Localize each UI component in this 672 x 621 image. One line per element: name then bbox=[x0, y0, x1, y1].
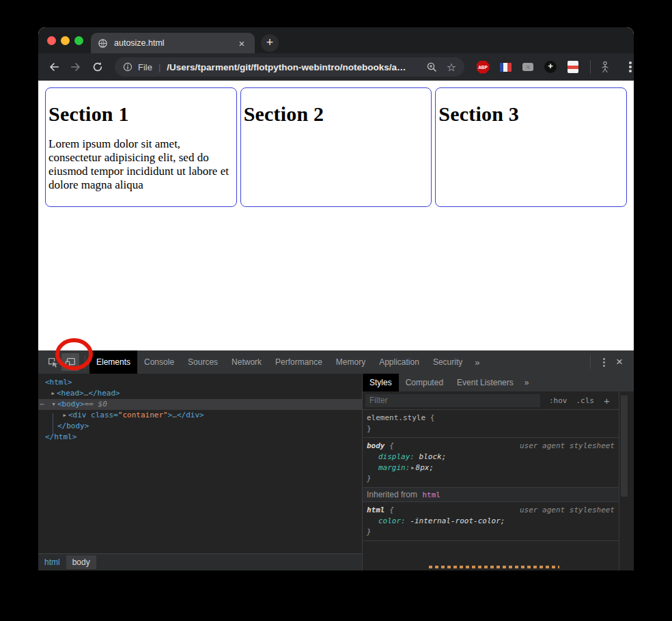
sections-container: Section 1 Lorem ipsum dolor sit amet, co… bbox=[45, 87, 627, 207]
tree-node-html-open[interactable]: <html> bbox=[38, 377, 362, 388]
styles-sidebar: Styles Computed Event Listeners » :hov .… bbox=[362, 374, 634, 570]
styles-scrollbar-track bbox=[619, 391, 619, 570]
styles-filter-row: :hov .cls + bbox=[363, 391, 619, 410]
toolbar-divider bbox=[590, 60, 591, 74]
adblock-plus-icon[interactable]: ABP bbox=[476, 60, 490, 74]
tab-security[interactable]: Security bbox=[426, 350, 469, 374]
tab-application[interactable]: Application bbox=[372, 350, 426, 374]
tab-computed[interactable]: Computed bbox=[399, 374, 450, 391]
reload-icon[interactable] bbox=[89, 58, 107, 76]
row-overflow-icon: ⋯ bbox=[40, 399, 44, 410]
section-1-box: Section 1 Lorem ipsum dolor sit amet, co… bbox=[45, 87, 237, 207]
dom-breadcrumb: html body bbox=[38, 553, 362, 570]
window-close-button[interactable] bbox=[47, 36, 56, 45]
tab-styles[interactable]: Styles bbox=[363, 374, 399, 391]
french-flag-icon[interactable] bbox=[499, 60, 512, 74]
desktop-background: autosize.html × + File | /Users/tp bbox=[0, 0, 672, 621]
new-style-rule-button[interactable]: + bbox=[604, 395, 610, 406]
back-icon[interactable] bbox=[45, 58, 63, 76]
elements-tree-pane: <html> ▶<head>…</head> ⋯▼<body>== $0 ▶<d… bbox=[38, 374, 362, 570]
tree-node-head[interactable]: ▶<head>…</head> bbox=[38, 388, 362, 399]
devtools-toolbar: Elements Console Sources Network Perform… bbox=[38, 350, 634, 374]
devtools-close-icon[interactable]: × bbox=[613, 355, 628, 369]
sidebar-tabs: Styles Computed Event Listeners » bbox=[363, 374, 634, 391]
file-scheme-label: File bbox=[138, 62, 152, 72]
devtools-toolbar-divider-right bbox=[590, 355, 591, 369]
expand-arrow-icon[interactable]: ▶ bbox=[49, 388, 57, 399]
tab-strip: autosize.html × + bbox=[38, 27, 634, 53]
new-tab-button[interactable]: + bbox=[261, 34, 279, 52]
devtools-menu-icon[interactable] bbox=[595, 358, 613, 367]
section-1-heading: Section 1 bbox=[48, 102, 234, 126]
more-tabs-icon[interactable]: » bbox=[469, 357, 485, 368]
forward-icon[interactable] bbox=[67, 58, 85, 76]
tab-elements[interactable]: Elements bbox=[89, 350, 137, 374]
tab-network[interactable]: Network bbox=[225, 350, 268, 374]
section-1-paragraph: Lorem ipsum dolor sit amet, consectetur … bbox=[48, 137, 234, 192]
annotation-circle bbox=[55, 338, 93, 370]
zoom-extension-icon[interactable]: + bbox=[544, 60, 557, 74]
browser-menu-icon[interactable] bbox=[629, 61, 632, 72]
expand-shorthand-icon[interactable]: ▶ bbox=[411, 463, 414, 473]
styles-filter-input[interactable] bbox=[365, 394, 540, 407]
breadcrumb-body[interactable]: body bbox=[66, 555, 96, 569]
element-style-block[interactable]: element.style { } bbox=[363, 410, 619, 438]
expand-arrow-icon[interactable]: ▶ bbox=[61, 410, 68, 421]
breadcrumb-html[interactable]: html bbox=[38, 555, 66, 569]
bookmark-star-icon[interactable]: ☆ bbox=[447, 61, 456, 74]
window-minimize-button[interactable] bbox=[61, 36, 70, 45]
tab-close-icon[interactable]: × bbox=[236, 38, 248, 49]
tab-sources[interactable]: Sources bbox=[181, 350, 225, 374]
tab-title: autosize.html bbox=[114, 38, 236, 48]
section-2-box: Section 2 bbox=[240, 87, 432, 207]
speech-bubble-icon[interactable]: a bbox=[521, 60, 535, 74]
tab-event-listeners[interactable]: Event Listeners bbox=[450, 374, 520, 391]
tree-node-body-selected[interactable]: ⋯▼<body>== $0 bbox=[38, 399, 362, 410]
stylesheet-origin: user agent stylesheet bbox=[520, 505, 615, 516]
tree-node-html-close[interactable]: </html> bbox=[38, 432, 362, 443]
tab-memory[interactable]: Memory bbox=[329, 350, 372, 374]
section-3-box: Section 3 bbox=[435, 87, 627, 207]
address-bar[interactable]: File | /Users/tparment/git/flotpython-we… bbox=[115, 57, 464, 77]
toggle-hover-state-button[interactable]: :hov bbox=[549, 396, 568, 405]
section-3-heading: Section 3 bbox=[438, 102, 624, 126]
collapse-arrow-icon[interactable]: ▼ bbox=[50, 399, 57, 410]
devtools-panel: Elements Console Sources Network Perform… bbox=[38, 350, 634, 570]
zoom-level-icon[interactable] bbox=[426, 61, 437, 72]
section-2-heading: Section 2 bbox=[244, 102, 429, 126]
browser-window: autosize.html × + File | /Users/tp bbox=[38, 27, 634, 570]
page-info-icon[interactable] bbox=[123, 62, 132, 72]
indent-guide-line bbox=[53, 413, 53, 434]
orange-dashed-marker bbox=[429, 566, 559, 568]
styles-scrollbar-thumb[interactable] bbox=[621, 396, 628, 497]
navigation-toolbar: File | /Users/tparment/git/flotpython-we… bbox=[38, 53, 634, 81]
pdf-extension-icon[interactable] bbox=[566, 60, 580, 74]
tab-performance[interactable]: Performance bbox=[268, 350, 329, 374]
tree-node-body-close[interactable]: </body> bbox=[38, 421, 362, 432]
tab-console[interactable]: Console bbox=[137, 350, 181, 374]
inherited-from-bar: Inherited from html bbox=[363, 488, 619, 502]
body-rule-block[interactable]: body {user agent stylesheet display: blo… bbox=[363, 438, 619, 488]
html-rule-block[interactable]: html {user agent stylesheet color: -inte… bbox=[363, 502, 619, 541]
tree-node-div-container[interactable]: ▶<div class="container">…</div> bbox=[38, 410, 362, 421]
page-viewport: Section 1 Lorem ipsum dolor sit amet, co… bbox=[38, 81, 634, 350]
url-separator: | bbox=[158, 62, 160, 72]
selected-node-marker: == $0 bbox=[85, 400, 107, 409]
globe-icon bbox=[98, 38, 108, 49]
url-text[interactable]: /Users/tparment/git/flotpython-webintro/… bbox=[167, 62, 425, 72]
extensions-area: ABP a + bbox=[476, 60, 580, 74]
toggle-class-button[interactable]: .cls bbox=[576, 396, 595, 405]
browser-tab[interactable]: autosize.html × bbox=[91, 33, 255, 53]
profile-person-icon[interactable] bbox=[596, 58, 614, 76]
stylesheet-origin: user agent stylesheet bbox=[520, 441, 615, 452]
sidebar-more-tabs-icon[interactable]: » bbox=[520, 378, 533, 387]
inherited-html-link[interactable]: html bbox=[422, 491, 440, 499]
window-zoom-button[interactable] bbox=[74, 36, 83, 45]
